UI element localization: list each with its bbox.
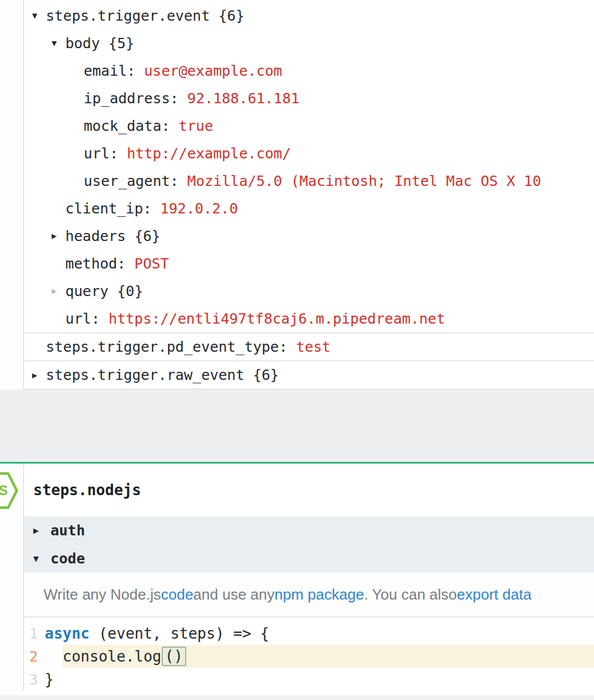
key-label: url: xyxy=(84,145,118,162)
key-label: client_ip: xyxy=(65,200,152,217)
help-link[interactable]: npm package xyxy=(275,586,364,604)
code-line[interactable]: 3} xyxy=(24,668,594,691)
section-gap xyxy=(0,390,594,462)
nodejs-step-card: steps.nodejs ▶auth▼code Write any Node.j… xyxy=(23,464,594,691)
value-text: Mozilla/5.0 (Macintosh; Intel Mac OS X 1… xyxy=(187,173,541,189)
pd-event-type-row[interactable]: steps.trigger.pd_event_type:test xyxy=(24,332,594,360)
chevron-down-icon[interactable]: ▼ xyxy=(33,553,50,564)
fold-row-auth[interactable]: ▶auth xyxy=(24,516,594,545)
tree-row[interactable]: url:http://example.com/ xyxy=(24,139,594,167)
line-number: 1 xyxy=(24,625,38,642)
event-json-tree-card: ▼steps.trigger.event {6}▼body {5}email:u… xyxy=(23,0,594,390)
key-label: url: xyxy=(65,310,100,327)
fold-label: code xyxy=(50,550,85,567)
fold-label: auth xyxy=(50,522,85,539)
code-token: } xyxy=(45,671,54,688)
node-label: steps.trigger.event {6} xyxy=(46,7,244,24)
key-label: mock_data: xyxy=(84,118,170,134)
key-label: method: xyxy=(65,255,126,272)
tree-row[interactable]: ▼steps.trigger.event {6} xyxy=(24,2,594,29)
tree-row[interactable]: url:https://entli497tf8caj6.m.pipedream.… xyxy=(24,305,594,332)
event-json-tree-footer: steps.trigger.pd_event_type:test▶steps.t… xyxy=(24,332,594,388)
step-title: steps.nodejs xyxy=(33,481,141,499)
help-text: and use any xyxy=(193,586,275,604)
value-text: true xyxy=(179,118,213,134)
node-label: steps.trigger.raw_event {6} xyxy=(46,367,279,383)
node-label: body {5} xyxy=(65,35,134,52)
fold-section: ▶auth▼code xyxy=(24,516,594,573)
value-text: POST xyxy=(134,255,169,272)
key-label: email: xyxy=(84,63,135,79)
code-token: (event, steps) => { xyxy=(89,625,269,642)
indent xyxy=(45,648,62,665)
key-label: user_agent: xyxy=(84,173,179,189)
code-help-text: Write any Node.js code and use any npm p… xyxy=(24,573,594,617)
code-token: async xyxy=(45,625,89,642)
tree-row[interactable]: ▶query {0} xyxy=(24,277,594,305)
chevron-right-icon[interactable]: ▶ xyxy=(32,370,46,380)
tree-row[interactable]: client_ip:192.0.2.0 xyxy=(24,195,594,222)
line-number: 2 xyxy=(24,648,38,665)
tree-row[interactable]: ▶headers {6} xyxy=(24,222,594,250)
code-line[interactable]: 2 console.log() xyxy=(24,645,594,668)
code-line[interactable]: 1async (event, steps) => { xyxy=(24,622,594,645)
tree-row[interactable]: ▼body {5} xyxy=(24,29,594,57)
tree-row[interactable]: email:user@example.com xyxy=(24,57,594,84)
value-text: test xyxy=(296,339,330,355)
tree-row[interactable]: mock_data:true xyxy=(24,112,594,139)
raw-event-row[interactable]: ▶steps.trigger.raw_event {6} xyxy=(24,360,594,388)
code-content[interactable]: async (event, steps) => { xyxy=(38,622,594,645)
node-label: headers {6} xyxy=(65,228,161,244)
help-text: Write any Node.js xyxy=(44,586,161,604)
line-number: 3 xyxy=(24,671,38,688)
code-token: console.log xyxy=(62,648,161,665)
key-label: ip_address: xyxy=(84,90,179,107)
step-header: steps.nodejs xyxy=(24,464,594,516)
chevron-down-icon[interactable]: ▼ xyxy=(52,38,65,48)
code-content[interactable]: console.log() xyxy=(38,645,594,668)
chevron-down-icon[interactable]: ▼ xyxy=(32,10,46,21)
chevron-right-icon[interactable]: ▶ xyxy=(52,286,65,296)
key-label: steps.trigger.pd_event_type: xyxy=(46,339,287,355)
tree-row[interactable]: ip_address:92.188.61.181 xyxy=(24,84,594,112)
chevron-right-icon[interactable]: ▶ xyxy=(52,231,65,241)
bracket-match-box: () xyxy=(162,647,186,666)
help-link[interactable]: export data xyxy=(457,586,532,604)
event-json-tree: ▼steps.trigger.event {6}▼body {5}email:u… xyxy=(24,0,594,332)
bottom-edge-strip xyxy=(0,695,594,700)
value-text: 192.0.2.0 xyxy=(161,200,238,217)
nodejs-icon: JS xyxy=(0,472,18,510)
tree-row[interactable]: method:POST xyxy=(24,250,594,277)
value-text: user@example.com xyxy=(144,63,282,79)
svg-text:JS: JS xyxy=(0,483,8,498)
code-editor[interactable]: 1async (event, steps) => {2 console.log(… xyxy=(24,617,594,691)
code-content[interactable]: } xyxy=(38,668,594,691)
tree-row[interactable]: user_agent:Mozilla/5.0 (Macintosh; Intel… xyxy=(24,167,594,195)
value-text: 92.188.61.181 xyxy=(187,90,300,107)
value-text: http://example.com/ xyxy=(127,145,291,162)
value-text: https://entli497tf8caj6.m.pipedream.net xyxy=(108,310,445,327)
fold-row-code[interactable]: ▼code xyxy=(24,545,594,573)
chevron-right-icon[interactable]: ▶ xyxy=(33,525,50,536)
node-label: query {0} xyxy=(65,283,143,300)
help-text: . You can also xyxy=(364,586,457,604)
active-line-highlight: console.log() xyxy=(62,645,594,668)
help-link[interactable]: code xyxy=(161,586,193,604)
